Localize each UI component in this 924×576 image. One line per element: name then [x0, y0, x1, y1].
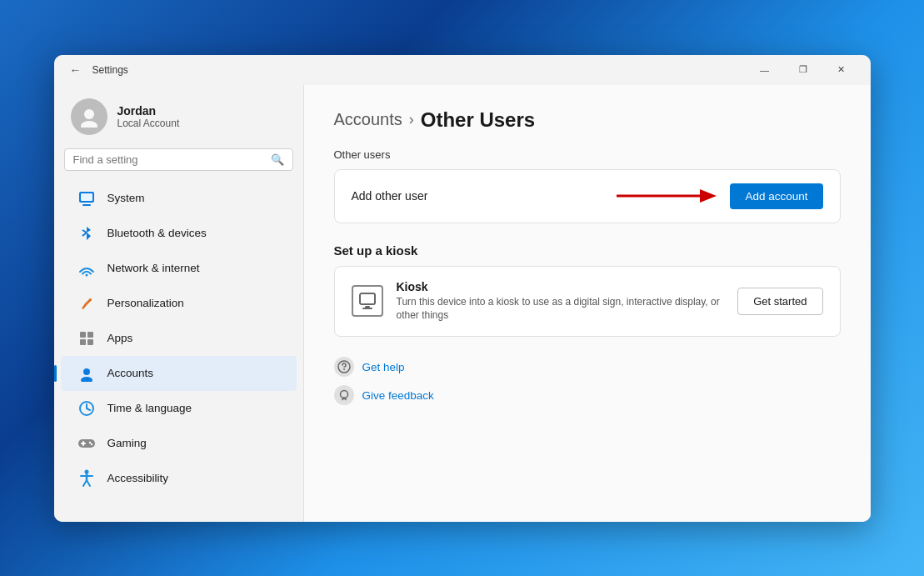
svg-point-5	[85, 273, 87, 276]
get-help-link[interactable]: Get help	[334, 357, 841, 377]
svg-line-15	[87, 408, 90, 410]
svg-rect-3	[82, 204, 91, 206]
svg-rect-28	[360, 293, 375, 304]
maximize-button[interactable]: ❐	[784, 57, 822, 83]
bluetooth-icon	[77, 224, 96, 243]
sidebar-item-gaming[interactable]: Gaming	[61, 426, 297, 461]
sidebar-item-accounts[interactable]: Accounts	[61, 356, 297, 391]
time-icon	[77, 399, 96, 418]
close-button[interactable]: ✕	[822, 57, 861, 83]
svg-rect-9	[80, 339, 86, 345]
system-icon	[77, 189, 96, 208]
svg-rect-10	[87, 339, 93, 345]
search-box[interactable]: 🔍	[64, 148, 293, 171]
svg-rect-29	[365, 306, 370, 308]
sidebar-item-bluetooth[interactable]: Bluetooth & devices	[61, 216, 297, 251]
add-user-label: Add other user	[352, 189, 428, 203]
give-feedback-icon	[334, 385, 354, 405]
get-help-label: Get help	[362, 361, 405, 373]
svg-line-25	[87, 480, 90, 486]
add-account-button[interactable]: Add account	[730, 183, 822, 209]
sidebar-label-time: Time & language	[107, 402, 192, 414]
minimize-button[interactable]: —	[746, 57, 784, 83]
kiosk-info: Kiosk Turn this device into a kiosk to u…	[397, 280, 725, 323]
other-users-card: Add other user Add account	[334, 169, 841, 223]
kiosk-icon	[352, 285, 383, 317]
svg-point-19	[88, 441, 90, 443]
kiosk-description: Turn this device into a kiosk to use as …	[397, 295, 725, 323]
user-profile: Jordan Local Account	[54, 85, 303, 148]
sidebar-item-network[interactable]: Network & internet	[61, 251, 297, 286]
sidebar-label-accessibility: Accessibility	[107, 472, 169, 484]
window-body: Jordan Local Account 🔍 System	[54, 85, 871, 522]
breadcrumb-parent[interactable]: Accounts	[334, 110, 402, 129]
search-icon: 🔍	[271, 153, 284, 166]
svg-point-12	[81, 377, 92, 382]
settings-window: ← Settings — ❐ ✕ Jordan Local Account	[54, 55, 871, 522]
svg-line-24	[83, 480, 87, 486]
svg-point-20	[90, 443, 92, 444]
sidebar-label-network: Network & internet	[107, 262, 200, 274]
svg-point-6	[89, 298, 92, 301]
other-users-label: Other users	[334, 148, 841, 161]
personalization-icon	[77, 294, 96, 313]
svg-point-11	[83, 368, 90, 375]
svg-rect-8	[87, 332, 93, 338]
main-content: Accounts › Other Users Other users Add o…	[304, 85, 871, 522]
svg-rect-30	[362, 308, 372, 309]
help-links: Get help Give feedback	[334, 357, 841, 405]
kiosk-card: Kiosk Turn this device into a kiosk to u…	[334, 266, 841, 338]
breadcrumb-separator: ›	[409, 111, 414, 128]
svg-rect-4	[81, 193, 92, 201]
sidebar-label-gaming: Gaming	[107, 437, 147, 449]
sidebar: Jordan Local Account 🔍 System	[54, 85, 304, 522]
sidebar-label-bluetooth: Bluetooth & devices	[107, 227, 207, 239]
sidebar-item-accessibility[interactable]: Accessibility	[61, 461, 297, 496]
network-icon	[77, 259, 96, 278]
give-feedback-link[interactable]: Give feedback	[334, 385, 841, 405]
sidebar-label-system: System	[107, 192, 145, 204]
add-user-row: Add other user Add account	[335, 170, 840, 223]
kiosk-row: Kiosk Turn this device into a kiosk to u…	[335, 267, 840, 337]
user-info: Jordan Local Account	[117, 104, 180, 129]
window-title: Settings	[92, 64, 746, 76]
breadcrumb: Accounts › Other Users	[334, 108, 841, 132]
avatar	[71, 98, 107, 135]
window-controls: — ❐ ✕	[746, 57, 861, 83]
sidebar-label-accounts: Accounts	[107, 367, 154, 379]
get-help-icon	[334, 357, 354, 377]
svg-point-32	[343, 368, 345, 370]
sidebar-item-apps[interactable]: Apps	[61, 321, 297, 356]
give-feedback-label: Give feedback	[362, 389, 434, 402]
user-name: Jordan	[117, 104, 180, 118]
gaming-icon	[77, 434, 96, 453]
back-button[interactable]: ←	[64, 58, 87, 82]
svg-marker-27	[700, 189, 717, 203]
sidebar-item-system[interactable]: System	[61, 181, 297, 216]
svg-rect-7	[80, 332, 86, 338]
svg-point-33	[340, 391, 347, 398]
breadcrumb-current: Other Users	[421, 108, 535, 132]
apps-icon	[77, 329, 96, 348]
sidebar-item-personalization[interactable]: Personalization	[61, 286, 297, 321]
kiosk-title: Kiosk	[397, 280, 725, 293]
svg-point-0	[84, 109, 94, 119]
red-arrow	[617, 184, 717, 208]
sidebar-item-time[interactable]: Time & language	[61, 391, 297, 426]
svg-point-1	[81, 121, 97, 128]
get-started-button[interactable]: Get started	[737, 288, 822, 315]
nav-list: System Bluetooth & devices Network & int…	[54, 181, 303, 503]
accessibility-icon	[77, 469, 96, 488]
sidebar-label-personalization: Personalization	[107, 297, 184, 309]
accounts-icon	[77, 364, 96, 383]
sidebar-label-apps: Apps	[107, 332, 133, 344]
arrow-container: Add account	[617, 183, 822, 209]
kiosk-section-label: Set up a kiosk	[334, 243, 841, 258]
search-input[interactable]	[73, 153, 271, 166]
titlebar: ← Settings — ❐ ✕	[54, 55, 871, 85]
user-type: Local Account	[117, 118, 180, 129]
